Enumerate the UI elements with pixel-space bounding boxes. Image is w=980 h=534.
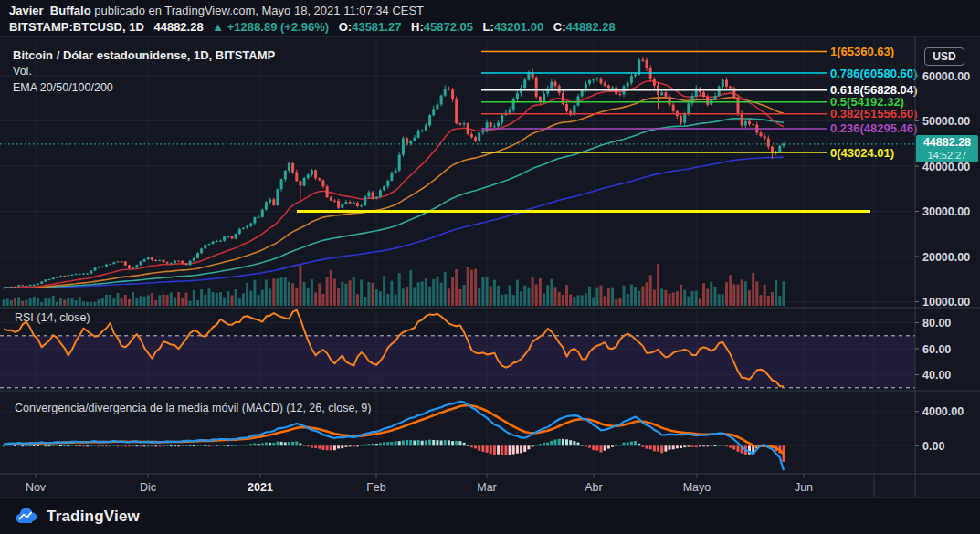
volume-legend[interactable]: Vol. — [13, 65, 32, 78]
low-value: 43201.00 — [494, 20, 543, 34]
publish-info: publicado en TradingView.com, Mayo 18, 2… — [91, 4, 424, 17]
symbol-ohlc-line: BITSTAMP:BTCUSD, 1D 44882.28 ▲ +1288.89 … — [9, 19, 980, 35]
snapshot-footer: TradingView — [0, 497, 980, 534]
close-value: 44882.28 — [565, 20, 615, 34]
close-label: C: — [553, 20, 566, 34]
open-label: O: — [339, 20, 352, 34]
svg-text:50000.00: 50000.00 — [922, 115, 970, 128]
high-value: 45872.05 — [424, 20, 473, 34]
time-label-Dic: Dic — [140, 481, 156, 494]
svg-text:80.00: 80.00 — [922, 317, 951, 330]
time-label-Feb: Feb — [366, 481, 386, 494]
time-label-Mayo: Mayo — [683, 481, 711, 494]
fib-label-4: 0.382(51556.60) — [830, 107, 917, 120]
tradingview-brand-name[interactable]: TradingView — [47, 508, 140, 526]
svg-text:4000.00: 4000.00 — [922, 405, 964, 418]
time-label-Abr: Abr — [585, 481, 602, 494]
snapshot-header: Javier_Buffalo publicado en TradingView.… — [0, 0, 980, 37]
last-price: 44882.28 — [153, 20, 203, 34]
symbol-interval: BITSTAMP:BTCUSD, 1D — [9, 20, 144, 34]
svg-text:10000.00: 10000.00 — [922, 296, 970, 309]
chart-legend-title[interactable]: Bitcoin / Dólar estadounidense, 1D, BITS… — [13, 48, 275, 62]
time-label-Mar: Mar — [477, 481, 497, 494]
rsi-band — [0, 336, 915, 388]
fib-label-0: 1(65360.63) — [830, 45, 894, 58]
current-price-badge: 44882.28 14:52:27 — [916, 135, 978, 162]
countdown-timer: 14:52:27 — [928, 149, 967, 162]
price-change: ▲ +1288.89 (+2.96%) — [212, 20, 329, 34]
tradingview-logo-icon[interactable] — [15, 508, 38, 525]
svg-text:60.00: 60.00 — [922, 343, 951, 356]
low-label: L: — [483, 20, 494, 34]
author-name: Javier_Buffalo — [9, 4, 91, 17]
fib-label-6: 0(43024.01) — [830, 146, 894, 160]
ema-legend[interactable]: EMA 20/50/100/200 — [13, 81, 113, 94]
svg-text:60000.00: 60000.00 — [922, 70, 970, 83]
tradingview-snapshot: 1(65360.63)0.786(60580.60)0.618(56828.04… — [0, 0, 980, 534]
chart-canvas[interactable]: 1(65360.63)0.786(60580.60)0.618(56828.04… — [0, 0, 980, 534]
macd-pane-label[interactable]: Convergencia/divergencia de la media móv… — [15, 402, 371, 414]
svg-text:40.00: 40.00 — [922, 369, 951, 382]
svg-text:0.00: 0.00 — [922, 440, 944, 453]
fib-label-1: 0.786(60580.60) — [830, 67, 917, 80]
svg-text:30000.00: 30000.00 — [922, 205, 970, 218]
open-value: 43581.27 — [352, 20, 401, 34]
time-label-Jun: Jun — [795, 481, 813, 494]
time-label-Nov: Nov — [26, 481, 47, 494]
fib-label-5: 0.236(48295.46) — [830, 121, 917, 135]
svg-text:20000.00: 20000.00 — [922, 251, 970, 264]
currency-toggle-button[interactable]: USD — [924, 47, 964, 66]
high-label: H: — [411, 20, 424, 34]
current-price-value: 44882.28 — [923, 136, 971, 149]
publish-line: Javier_Buffalo publicado en TradingView.… — [9, 3, 980, 19]
time-label-2021: 2021 — [248, 481, 273, 494]
rsi-pane-label[interactable]: RSI (14, close) — [15, 311, 90, 324]
